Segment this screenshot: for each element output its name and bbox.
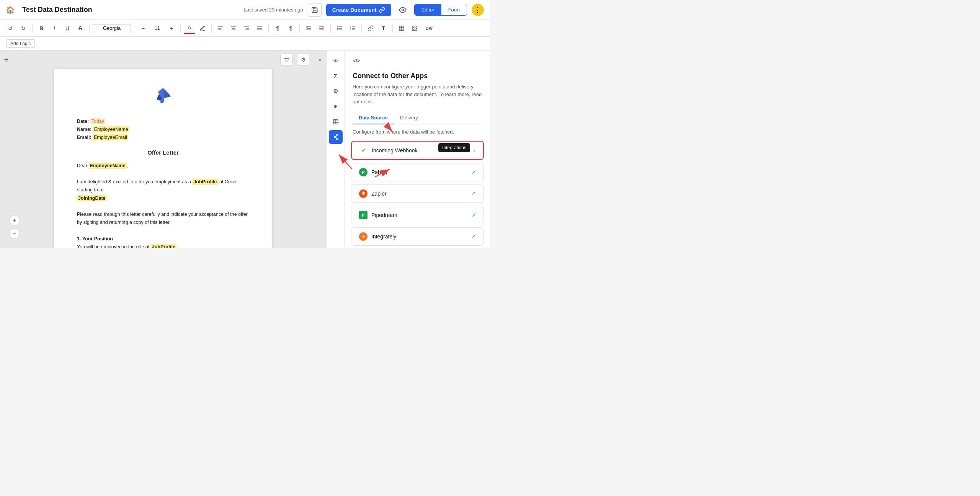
font-select[interactable]: Georgia [93,24,131,32]
svg-point-24 [337,29,337,30]
ordered-list-button[interactable]: 123 [347,23,358,34]
section1-title: 1. Your Position [77,236,113,241]
zoom-controls: + − [9,215,20,239]
pipedream-label: Pipedream [371,212,397,218]
link-button[interactable] [365,23,376,34]
last-saved-text: Last saved 23 minutes ago [243,7,303,13]
toolbar-separator-6 [268,24,269,32]
list-item-pipedream[interactable]: P Pipedream ↗ [351,206,484,224]
toolbar-separator-7 [299,24,300,32]
svg-point-22 [337,26,337,27]
item-left-pipedream: P Pipedream [359,211,397,219]
document-page: Date: Today Name: EmployeeName Email: Em… [54,69,272,248]
text-size-button[interactable]: T [378,23,389,34]
align-justify-button[interactable] [254,23,265,34]
sidebar-icons-panel: </> Σ ⚙ IF Integrations [326,51,345,248]
paragraph-button[interactable]: ¶ [272,23,283,34]
integrately-ext-icon: ↗ [472,233,476,239]
job-profile-2: JobProfile [151,244,176,248]
redo-button[interactable]: ↻ [18,23,29,34]
document-title: Offer Letter [77,148,249,157]
main-content: + ⚙ » Date: Today Name: [0,51,490,248]
name-value: EmployeeName [93,126,129,132]
decrease-size-button[interactable]: − [137,23,149,34]
create-document-button[interactable]: Create Document [326,4,391,16]
pabbly-label: Pabbly [371,169,388,175]
align-center-button[interactable] [228,23,239,34]
add-block-button[interactable]: + [0,54,12,66]
body-paragraph-2: Please read through this letter carefull… [77,210,249,227]
toolbar-separator-9 [361,24,362,32]
svg-line-50 [335,137,336,138]
underline-button[interactable]: U [62,23,73,34]
zoom-in-button[interactable]: + [9,215,20,226]
webhook-label: Incoming Webhook [372,147,418,153]
code-view-button[interactable]: </> [329,54,343,67]
document-logo [77,84,249,110]
unordered-list-button[interactable] [334,23,345,34]
if-logic-button[interactable]: IF [329,100,343,113]
integrations-tooltip: Integrations [438,143,470,152]
item-left-zapier: ✱ Zapier [359,189,387,198]
toolbar-separator-3 [134,24,134,32]
editor-area: + ⚙ » Date: Today Name: [0,51,326,248]
more-options-button[interactable]: » [314,54,326,66]
integrations-sidebar-button[interactable] [329,130,343,144]
italic-button[interactable]: I [49,23,60,34]
right-panel-header: Connect to Other Apps Here you can confi… [345,67,490,129]
delete-block-button[interactable] [280,54,292,66]
tab-form[interactable]: Form [441,4,467,15]
name-label: Name: [77,127,91,132]
item-left-integrately: ⊙ Integrately [359,232,396,241]
add-logic-button[interactable]: Add Logic [6,39,35,48]
panel-code-button[interactable]: </> [350,54,363,67]
list-item-zapier[interactable]: ✱ Zapier ↗ [351,184,484,203]
font-color-button[interactable]: A [184,23,195,34]
div-insert-button[interactable]: DIV [422,23,436,34]
dear-name: EmployeeName [89,163,127,169]
table-sidebar-button[interactable] [329,115,343,129]
panel-sub-description: Configure from where the data will be fe… [345,129,490,139]
list-item-integrately[interactable]: ⊙ Integrately ↗ [351,227,484,246]
indent-decrease-button[interactable] [303,23,314,34]
panel-description: Here you can configure your trigger poin… [353,83,482,106]
svg-point-23 [337,28,337,28]
align-right-button[interactable] [241,23,252,34]
nav-title: Test Data Destination [22,6,92,14]
align-left-button[interactable] [215,23,226,34]
tab-editor[interactable]: Editor [415,4,441,15]
preview-button[interactable] [396,3,410,17]
block-settings-button[interactable]: ⚙ [297,54,309,66]
table-insert-button[interactable] [396,23,407,34]
save-button[interactable] [308,3,322,17]
paragraph2-button[interactable]: ¶ [285,23,296,34]
tab-data-source[interactable]: Data Source [353,112,394,124]
strikethrough-button[interactable]: S [75,23,86,34]
increase-size-button[interactable]: + [166,23,177,34]
sigma-button[interactable]: Σ [329,69,343,83]
list-item-pabbly[interactable]: P Pabbly ↗ [351,163,484,181]
integrately-icon: ⊙ [359,232,368,241]
indent-increase-button[interactable] [316,23,327,34]
home-icon[interactable]: 🏠 [6,6,15,14]
zoom-out-button[interactable]: − [9,228,20,239]
undo-button[interactable]: ↺ [5,23,16,34]
formatting-toolbar: ↺ ↻ B I U S Georgia − 11 + A ¶ ¶ 123 T [0,20,490,37]
svg-text:3: 3 [350,29,351,31]
font-size-display: 11 [150,25,164,31]
image-insert-button[interactable] [409,23,420,34]
svg-point-0 [402,9,403,11]
zapier-ext-icon: ↗ [472,191,476,196]
svg-line-49 [335,136,336,137]
email-value: EmployeeEmail [93,134,128,140]
editor-form-tabs: Editor Form [414,4,467,16]
svg-point-46 [334,136,336,138]
webhook-arrow: › [474,147,475,153]
toolbar-separator-1 [32,24,33,32]
tab-delivery[interactable]: Delivery [394,112,424,124]
settings-sidebar-button[interactable]: ⚙ [329,84,343,98]
highlight-button[interactable] [197,23,208,34]
user-menu-button[interactable]: ⋮ [472,4,484,16]
bold-button[interactable]: B [36,23,47,34]
joining-date: JoiningDate [77,195,107,201]
